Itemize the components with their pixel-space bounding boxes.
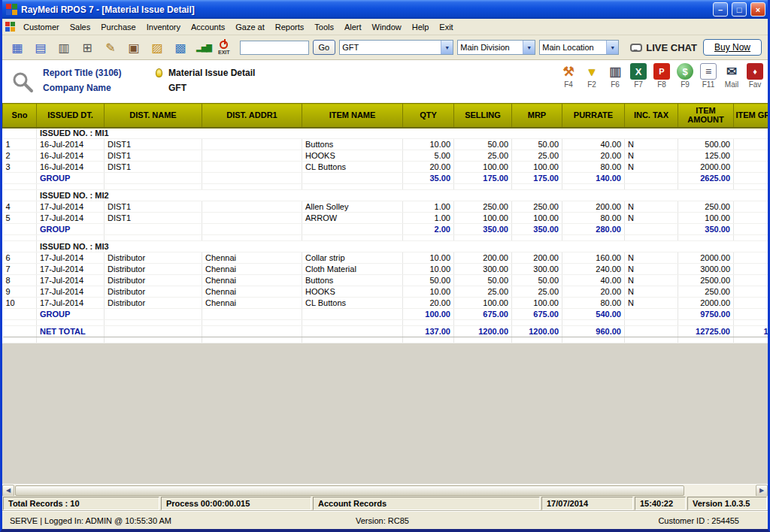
table-row[interactable]: 617-Jul-2014DistributorChennaiCollar str… xyxy=(3,252,768,264)
calculator-icon[interactable]: ⊞ xyxy=(78,38,96,56)
table-cell: 175.00 xyxy=(454,173,512,184)
table-cell: 175.00 xyxy=(512,173,562,184)
chart-icon[interactable]: ▂▅▇ xyxy=(195,38,213,56)
column-header[interactable]: QTY xyxy=(403,104,454,128)
table-cell: 125 xyxy=(734,150,768,162)
menu-alert[interactable]: Alert xyxy=(339,20,367,34)
favorites-icon[interactable]: ♦Fav xyxy=(747,63,763,89)
table-cell xyxy=(562,337,625,343)
close-button[interactable]: × xyxy=(750,2,765,17)
table-cell: 2000 xyxy=(734,298,768,309)
table-cell: 10.00 xyxy=(403,139,454,150)
print-icon[interactable]: ▥ xyxy=(55,38,73,56)
menu-sales[interactable]: Sales xyxy=(65,20,96,34)
scroll-right-icon[interactable]: ▶ xyxy=(756,485,768,497)
live-chat-link[interactable]: LIVE CHAT xyxy=(630,42,697,53)
table-row[interactable]: 817-Jul-2014DistributorChennaiButtons50.… xyxy=(3,275,768,286)
maximize-button[interactable]: □ xyxy=(732,2,747,17)
filter-icon[interactable]: ▼F2 xyxy=(584,63,600,89)
report-name: Material Issue Detail xyxy=(156,68,255,78)
table-cell: Distributor xyxy=(105,286,202,298)
table-cell xyxy=(625,173,678,184)
column-header[interactable]: SELLING xyxy=(454,104,512,128)
column-header[interactable]: ITEM NAME xyxy=(302,104,403,128)
table-cell: Chennai xyxy=(202,298,302,309)
menu-window[interactable]: Window xyxy=(367,20,407,34)
scrollbar-thumb[interactable] xyxy=(15,485,684,496)
exit-button[interactable]: EXIT xyxy=(218,40,230,55)
table-row[interactable]: 717-Jul-2014DistributorChennaiCloth Mate… xyxy=(3,264,768,275)
report-header: Report Title (3106) Material Issue Detai… xyxy=(2,60,768,103)
table-cell xyxy=(105,337,202,343)
table-row[interactable]: 417-Jul-2014DIST1Allen Solley1.00250.002… xyxy=(3,201,768,213)
pdf-icon[interactable]: PF8 xyxy=(653,63,670,89)
table-cell xyxy=(625,337,678,343)
menu-customer[interactable]: Customer xyxy=(18,20,65,34)
money-icon[interactable]: $F9 xyxy=(677,63,693,89)
folder-icon[interactable]: ▨ xyxy=(148,38,166,56)
menu-accounts[interactable]: Accounts xyxy=(186,20,230,34)
table-cell: 250.00 xyxy=(454,201,512,213)
table-cell: 2 xyxy=(3,150,37,162)
company-dropdown[interactable]: GFT ▼ xyxy=(339,40,453,55)
menu-gaze-at[interactable]: Gaze at xyxy=(230,20,270,34)
table-row[interactable]: 216-Jul-2014DIST1HOOKS5.0025.0025.0020.0… xyxy=(3,150,768,162)
table-cell: CL Buttons xyxy=(302,162,403,173)
table-cell: 100.00 xyxy=(512,213,562,224)
column-header[interactable]: ISSUED DT. xyxy=(37,104,105,128)
search-input[interactable] xyxy=(240,41,309,55)
buy-now-button[interactable]: Buy Now xyxy=(703,39,762,56)
function-key-label: F8 xyxy=(657,80,666,89)
column-header[interactable]: ITEM GROSS xyxy=(734,104,768,128)
table-row[interactable]: 1017-Jul-2014DistributorChennaiCL Button… xyxy=(3,298,768,309)
division-dropdown[interactable]: Main Division ▼ xyxy=(457,40,535,55)
column-header[interactable]: Sno xyxy=(3,104,37,128)
table-cell: 1 xyxy=(3,139,37,150)
table-cell: GROUP xyxy=(37,224,105,235)
go-button[interactable]: Go xyxy=(313,40,336,55)
menu-inventory[interactable]: Inventory xyxy=(141,20,186,34)
column-header[interactable]: MRP xyxy=(512,104,562,128)
mail-icon[interactable]: ✉Mail xyxy=(723,63,740,89)
minimize-button[interactable]: – xyxy=(713,2,728,17)
column-header[interactable]: PURRATE xyxy=(562,104,625,128)
table-cell xyxy=(678,320,734,326)
date-panel: 17/07/2014 xyxy=(541,497,633,510)
table-cell xyxy=(625,309,678,320)
table-row[interactable]: 517-Jul-2014DIST1ARROW1.00100.00100.0080… xyxy=(3,213,768,224)
display-icon[interactable]: ▩ xyxy=(171,38,189,56)
export-icon[interactable]: ▤ xyxy=(32,38,50,56)
menu-help[interactable]: Help xyxy=(407,20,435,34)
table-cell: N xyxy=(625,252,678,264)
ledger-icon[interactable]: ▣ xyxy=(125,38,143,56)
table-cell: 500 xyxy=(734,139,768,150)
table-cell: 100.00 xyxy=(454,213,512,224)
table-cell: GROUP xyxy=(37,173,105,184)
table-cell: 2500 xyxy=(734,275,768,286)
table-cell xyxy=(202,337,302,343)
table-cell: 200.00 xyxy=(512,252,562,264)
table-row[interactable]: 116-Jul-2014DIST1Buttons10.0050.0050.004… xyxy=(3,139,768,150)
notes-icon[interactable]: ≡F11 xyxy=(700,63,717,89)
table-cell: 100.00 xyxy=(403,309,454,320)
column-header[interactable]: INC. TAX xyxy=(625,104,678,128)
scroll-left-icon[interactable]: ◀ xyxy=(2,485,14,497)
menu-exit[interactable]: Exit xyxy=(434,20,458,34)
menu-purchase[interactable]: Purchase xyxy=(95,20,141,34)
column-header[interactable]: DIST. ADDR1 xyxy=(202,104,302,128)
printer-icon[interactable]: ▥F6 xyxy=(607,63,623,89)
tools-icon[interactable]: ⚒F4 xyxy=(560,63,577,89)
version-panel: Version 1.0.3.5 xyxy=(687,497,767,510)
notepad-icon[interactable]: ✎ xyxy=(102,38,120,56)
horizontal-scrollbar[interactable]: ◀ ▶ xyxy=(2,484,768,496)
menu-tools[interactable]: Tools xyxy=(309,20,339,34)
table-row[interactable]: 917-Jul-2014DistributorChennaiHOOKS10.00… xyxy=(3,286,768,298)
views-icon[interactable]: ▦ xyxy=(8,38,26,56)
menu-reports[interactable]: Reports xyxy=(270,20,310,34)
excel-icon[interactable]: XF7 xyxy=(630,63,647,89)
column-header[interactable]: ITEM AMOUNT xyxy=(678,104,734,128)
table-row[interactable]: 316-Jul-2014DIST1CL Buttons20.00100.0010… xyxy=(3,162,768,173)
location-dropdown[interactable]: Main Location ▼ xyxy=(539,40,619,55)
column-header[interactable]: DIST. NAME xyxy=(105,104,202,128)
power-icon xyxy=(220,41,228,49)
